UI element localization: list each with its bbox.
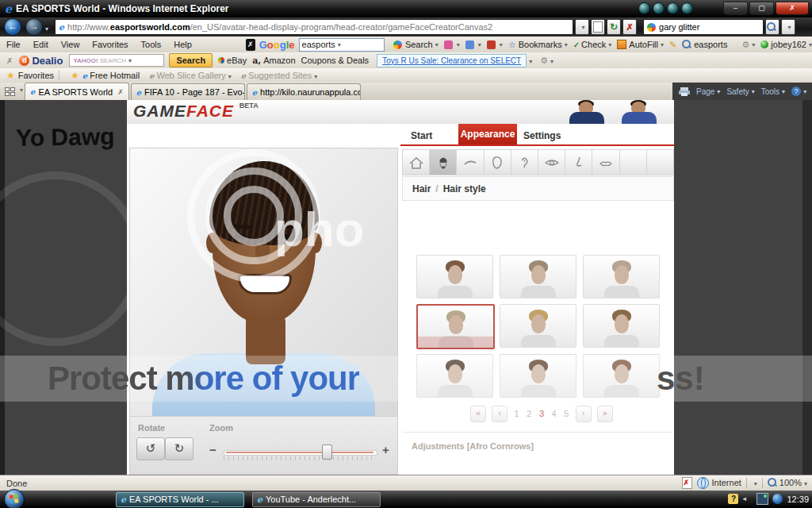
favorite-suggested[interactable]: Suggested Sites [248,71,317,80]
deal-dropdown-icon[interactable] [527,56,532,65]
tools-menu-button[interactable]: Tools [761,87,785,96]
rotate-right-button[interactable]: ↻ [165,437,193,460]
feature-eye-button[interactable] [538,150,565,175]
tab-list-dropdown-icon[interactable] [17,81,23,95]
favorite-hotmail[interactable]: Free Hotmail [90,71,140,80]
breadcrumb-category[interactable]: Hair [412,183,431,194]
close-button[interactable]: ✗ [776,2,809,15]
search-options-dropdown[interactable] [781,19,795,35]
tray-ie-icon[interactable] [772,494,783,504]
taskbar-button-ie-youtube[interactable]: e YouTube - Anderlecht... [252,492,381,507]
ie-search-input[interactable]: gary glitter [643,19,764,35]
refresh-button[interactable] [607,19,621,35]
page-next-button[interactable]: › [576,406,592,422]
bookmarks-button[interactable]: ☆Bookmarks [508,40,568,50]
safety-menu-button[interactable]: Safety [726,87,754,96]
zoom-level-value[interactable]: 100% [779,478,807,487]
ebay-button[interactable]: eBay [218,56,247,65]
feature-brow-button[interactable] [457,150,484,175]
translate-icon[interactable] [487,40,503,49]
menu-file[interactable]: File [0,40,27,49]
tab-naurunappula[interactable]: e http://kilo.naurunappula.com... [247,83,361,100]
zoom-out-icon[interactable]: − [209,443,216,456]
address-dropdown-button[interactable] [575,19,589,35]
addon-orb-icon[interactable] [681,2,693,14]
dealio-search-button[interactable]: Search [169,53,213,67]
tab-ea-sports-world[interactable]: e EA SPORTS World ✗ [25,83,129,100]
feature-nose-button[interactable] [565,150,592,175]
pagerank-icon[interactable] [444,40,460,49]
quick-tabs-icon[interactable] [5,87,16,97]
amazon-button[interactable]: a,Amazon [252,56,295,66]
menu-favorites[interactable]: Favorites [86,40,134,49]
zoom-slider-track[interactable] [224,450,377,456]
menu-help[interactable]: Help [167,40,198,49]
favorite-webslice[interactable]: Web Slice Gallery [157,71,232,80]
zoom-slider-thumb[interactable] [322,444,332,460]
page-number-current[interactable]: 3 [538,409,546,418]
page-menu-button[interactable]: Page [696,87,720,96]
compatibility-view-button[interactable] [591,19,605,35]
google-search-button[interactable]: Search [390,40,439,49]
word-find-button[interactable]: easports [682,40,727,49]
feature-home-button[interactable] [403,150,430,175]
address-input[interactable]: e http://www.easportsworld.com/en_US/ava… [55,19,573,35]
spellcheck-button[interactable]: ✓Check [573,40,612,49]
feature-face-button[interactable] [485,150,511,175]
minimize-button[interactable]: – [723,2,748,15]
page-number[interactable]: 5 [563,409,570,418]
search-go-button[interactable] [765,19,779,35]
feature-mouth-button[interactable] [592,150,619,175]
addon-orb-icon[interactable] [667,2,679,14]
tray-help-icon[interactable] [728,494,738,504]
highlighter-button[interactable]: ✎ [669,40,676,50]
page-number[interactable]: 1 [513,409,520,418]
tab-close-icon[interactable]: ✗ [117,88,124,96]
stop-button[interactable] [622,19,637,35]
page-number[interactable]: 4 [550,409,557,418]
dealio-settings-icon[interactable]: ⚙ [540,56,553,66]
start-button[interactable] [4,489,25,508]
help-button[interactable]: ? [791,87,806,96]
hair-thumb-selected[interactable] [416,304,495,349]
toolbar-settings-button[interactable]: ⚙ [741,40,755,50]
google-toolbar-search-input[interactable]: easports [299,38,385,52]
yahoo-search-input[interactable]: YAHOO! SEARCH [69,54,164,67]
protected-mode-dropdown[interactable] [752,478,757,487]
page-last-button[interactable]: » [597,406,613,422]
zoom-in-icon[interactable]: + [382,443,389,456]
rotate-left-button[interactable]: ↺ [136,437,165,460]
favorites-button[interactable]: Favorites [18,71,54,80]
back-button[interactable]: ← [4,18,21,36]
menu-edit[interactable]: Edit [27,40,55,49]
dealio-close-icon[interactable]: ✗ [6,56,13,65]
blocked-content-icon[interactable] [682,477,692,489]
menu-view[interactable]: View [55,40,86,49]
print-button[interactable] [679,87,690,96]
history-dropdown-icon[interactable] [43,20,48,34]
add-gadget-icon[interactable] [465,40,481,49]
page-first-button[interactable]: « [470,406,486,422]
hair-thumb[interactable] [500,255,576,298]
hair-thumb[interactable] [583,255,660,298]
maximize-button[interactable]: ▢ [749,2,774,15]
add-favorite-icon[interactable]: ★ [71,70,79,81]
hair-thumb[interactable] [583,304,660,348]
menu-tools[interactable]: Tools [135,40,168,49]
tab-start[interactable]: Start [411,127,432,144]
deal-link[interactable]: Toys R Us Sale: Clearance on SELECT [377,54,527,67]
addon-orb-icon[interactable] [653,2,665,14]
forward-button[interactable]: → [25,18,43,36]
coupons-button[interactable]: Coupons & Deals [301,56,370,65]
feature-hair-button[interactable] [430,150,457,175]
tray-network-icon[interactable] [756,493,768,505]
tab-fifa10[interactable]: e FIFA 10 - Page 187 - Evo-W... [131,83,245,100]
hair-thumb[interactable] [416,255,493,298]
account-button[interactable]: jobey162 [760,40,812,49]
google-toolbar-close-icon[interactable]: ✗ [246,39,255,51]
addon-buttons[interactable] [638,2,693,14]
page-number[interactable]: 2 [526,409,533,418]
tab-appearance[interactable]: Appearance [458,124,517,144]
hair-thumb[interactable] [500,304,576,348]
autofill-button[interactable]: AutoFill [617,40,664,49]
